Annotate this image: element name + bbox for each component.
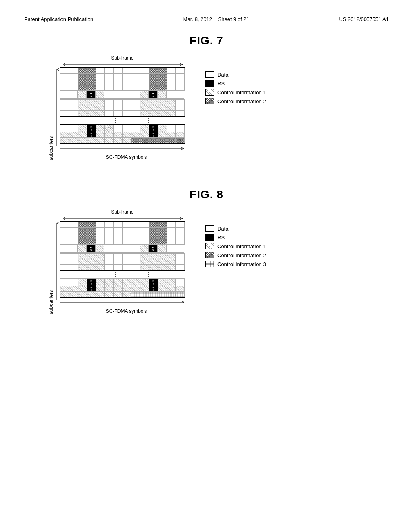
fig8-subframe-label: Sub-frame — [111, 209, 133, 215]
fig8-legend-ci1-label: Control information 1 — [217, 243, 266, 249]
fig7-diagram: Sub-frame subcarriers — [48, 55, 185, 160]
fig8-x-arrow — [60, 299, 185, 305]
fig7-area: Sub-frame subcarriers — [48, 55, 389, 160]
fig8-grid: RSRS ⋮ ⋮ — [60, 221, 185, 314]
header-left: Patent Application Publication — [24, 16, 93, 22]
fig8-legend-ci1: Control information 1 — [205, 243, 266, 249]
fig8-bot-block: RSRSRSRS — [60, 278, 185, 298]
fig7-legend-data: Data — [205, 71, 266, 78]
fig7-top-block — [60, 67, 185, 91]
fig7-diagram-wrapper: subcarriers — [48, 67, 185, 160]
page-header: Patent Application Publication Mar. 8, 2… — [24, 16, 389, 22]
fig8-legend-data-label: Data — [217, 226, 228, 232]
fig7-legend-ci1: Control information 1 — [205, 89, 266, 96]
header-center: Mar. 8, 2012 Sheet 9 of 21 — [183, 16, 249, 22]
fig8-legend-data-box — [205, 225, 214, 232]
fig7-y-label: subcarriers — [48, 67, 54, 160]
fig7-rs-row-wrapper: RSRS — [60, 91, 185, 99]
fig8-rs-table: RSRS — [60, 245, 184, 253]
fig7-y-arrow — [55, 67, 59, 148]
fig7-legend-ci2-label: Control information 2 — [217, 98, 266, 104]
header-right: US 2012/0057551 A1 — [339, 16, 389, 22]
fig7-legend-ci1-label: Control information 1 — [217, 89, 266, 96]
fig8-top-block — [60, 221, 185, 245]
fig8-legend-rs-label: RS — [217, 235, 225, 241]
fig7-x-label: SC-FDMA symbols — [68, 154, 185, 160]
fig8-legend-rs: RS — [205, 234, 266, 241]
fig7-bot-block: RS①RSRSRS② — [60, 124, 185, 144]
fig7-legend-ci1-box — [205, 89, 214, 96]
fig7-legend: Data RS Control information 1 Control in… — [205, 71, 266, 104]
fig7-rs-table: RSRS — [60, 91, 184, 99]
fig8-legend-ci1-box — [205, 243, 214, 249]
fig7-legend-ci2: Control information 2 — [205, 98, 266, 104]
fig8-legend-ci2-label: Control information 2 — [217, 252, 266, 258]
fig7-legend-ci2-box — [205, 98, 214, 104]
fig8-diagram: Sub-frame subcarriers — [48, 209, 185, 314]
fig7-title: FIG. 7 — [24, 34, 389, 47]
fig7-dots: ⋮ ⋮ — [60, 117, 184, 124]
fig8-y-label: subcarriers — [48, 221, 54, 314]
fig7-legend-rs-box — [205, 80, 214, 87]
fig7-top-table — [60, 68, 185, 91]
fig7-legend-rs: RS — [205, 80, 266, 87]
fig7-x-arrow-container — [60, 145, 185, 153]
fig8-x-arrow-container — [60, 299, 185, 307]
fig8-legend-ci2-box — [205, 252, 214, 258]
fig7-legend-data-box — [205, 71, 214, 78]
fig8-legend-ci3: Control information 3 — [205, 261, 266, 267]
fig8-legend-ci2: Control information 2 — [205, 252, 266, 258]
fig8-legend-rs-box — [205, 234, 214, 241]
fig7-subframe-label: Sub-frame — [111, 55, 133, 61]
fig8-rs-row-wrapper: RSRS — [60, 245, 185, 253]
fig8-legend-data: Data — [205, 225, 266, 232]
fig8-mid-block — [60, 253, 185, 271]
fig8-area: Sub-frame subcarriers — [48, 209, 389, 314]
fig8-diagram-wrapper: subcarriers — [48, 221, 185, 314]
fig7-grid: RSRS ⋮ ⋮ — [60, 67, 185, 160]
fig7-legend-rs-label: RS — [217, 81, 225, 87]
fig8-y-arrow — [55, 221, 59, 302]
fig7-legend-data-label: Data — [217, 72, 228, 78]
fig8-dots: ⋮ ⋮ — [60, 271, 184, 278]
fig8-subframe-arrow — [60, 216, 185, 221]
fig7-x-arrow — [60, 145, 185, 151]
page: Patent Application Publication Mar. 8, 2… — [0, 0, 413, 532]
fig7-mid-table — [60, 99, 185, 116]
fig8-legend-ci3-box — [205, 261, 214, 267]
fig8-legend: Data RS Control information 1 Control in… — [205, 225, 266, 267]
fig8-mid-table — [60, 253, 185, 270]
fig8-title: FIG. 8 — [24, 188, 389, 201]
fig7-mid-block — [60, 99, 185, 117]
fig8-x-label: SC-FDMA symbols — [68, 308, 185, 314]
fig7-bot-table: RS①RSRSRS② — [60, 125, 185, 143]
fig8-legend-ci3-label: Control information 3 — [217, 261, 266, 267]
fig8-bot-table: RSRSRSRS — [60, 278, 185, 297]
fig8-top-table — [60, 222, 185, 245]
subframe-arrow — [60, 62, 185, 67]
